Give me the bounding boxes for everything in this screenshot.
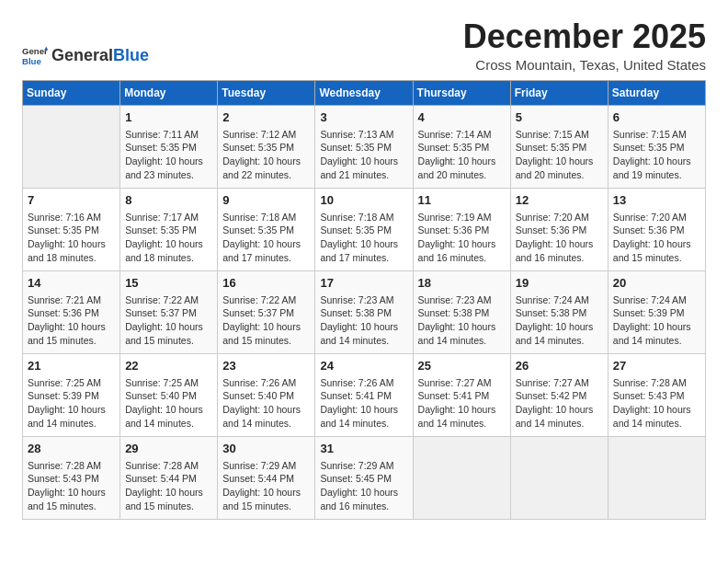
day-info-line: Sunset: 5:44 PM: [125, 472, 212, 486]
day-info-line: Daylight: 10 hours: [320, 320, 407, 334]
day-info-line: Sunrise: 7:25 AM: [28, 376, 115, 390]
day-info-line: Sunrise: 7:29 AM: [320, 459, 407, 473]
calendar-cell: 27Sunrise: 7:28 AMSunset: 5:43 PMDayligh…: [608, 353, 705, 436]
day-number: 21: [28, 358, 115, 374]
day-number: 27: [613, 358, 700, 374]
calendar-cell: 10Sunrise: 7:18 AMSunset: 5:35 PMDayligh…: [315, 188, 413, 270]
day-info-line: Sunset: 5:44 PM: [222, 472, 310, 486]
day-number: 24: [320, 358, 407, 374]
calendar-cell: 1Sunrise: 7:11 AMSunset: 5:35 PMDaylight…: [120, 105, 218, 188]
calendar-cell: 26Sunrise: 7:27 AMSunset: 5:42 PMDayligh…: [510, 353, 608, 436]
calendar-cell: 4Sunrise: 7:14 AMSunset: 5:35 PMDaylight…: [413, 105, 510, 188]
day-number: 12: [516, 192, 603, 209]
day-info-line: and 19 minutes.: [613, 168, 700, 182]
day-info-line: Daylight: 10 hours: [28, 237, 115, 251]
day-info-line: Sunrise: 7:19 AM: [418, 211, 506, 224]
day-number: 17: [320, 275, 407, 292]
calendar-cell: 3Sunrise: 7:13 AMSunset: 5:35 PMDaylight…: [315, 105, 413, 188]
day-info-line: Sunset: 5:41 PM: [418, 389, 506, 403]
day-info-line: Sunrise: 7:18 AM: [320, 211, 407, 224]
day-info-line: Sunrise: 7:25 AM: [125, 376, 212, 390]
col-sunday: Sunday: [23, 80, 120, 105]
day-info-line: Sunrise: 7:11 AM: [125, 128, 212, 142]
calendar-table: Sunday Monday Tuesday Wednesday Thursday…: [22, 80, 706, 520]
day-info-line: Sunset: 5:43 PM: [613, 389, 700, 403]
calendar-cell: 11Sunrise: 7:19 AMSunset: 5:36 PMDayligh…: [413, 188, 510, 270]
day-info-line: Daylight: 10 hours: [28, 403, 115, 417]
calendar-cell: 8Sunrise: 7:17 AMSunset: 5:35 PMDaylight…: [120, 188, 218, 270]
day-info-line: and 21 minutes.: [320, 168, 407, 182]
day-info-line: Sunset: 5:41 PM: [320, 389, 407, 403]
logo-general-text: General: [51, 46, 113, 64]
day-info-line: Sunrise: 7:23 AM: [320, 293, 407, 307]
day-info-line: and 14 minutes.: [28, 417, 115, 431]
day-number: 22: [125, 358, 212, 374]
calendar-cell: 29Sunrise: 7:28 AMSunset: 5:44 PMDayligh…: [120, 436, 218, 519]
day-info-line: Sunset: 5:35 PM: [28, 224, 115, 237]
calendar-cell: 17Sunrise: 7:23 AMSunset: 5:38 PMDayligh…: [315, 270, 413, 353]
calendar-cell: 9Sunrise: 7:18 AMSunset: 5:35 PMDaylight…: [218, 188, 315, 270]
calendar-week-row: 14Sunrise: 7:21 AMSunset: 5:36 PMDayligh…: [23, 270, 706, 353]
day-info-line: Sunrise: 7:15 AM: [516, 128, 603, 142]
day-info-line: Daylight: 10 hours: [125, 155, 212, 168]
day-info-line: Daylight: 10 hours: [516, 403, 603, 417]
day-info-line: Sunset: 5:39 PM: [28, 389, 115, 403]
day-info-line: Sunset: 5:37 PM: [222, 306, 310, 320]
calendar-cell: 15Sunrise: 7:22 AMSunset: 5:37 PMDayligh…: [120, 270, 218, 353]
logo-icon: General Blue: [22, 43, 48, 69]
calendar-cell: [413, 436, 510, 519]
calendar-week-row: 21Sunrise: 7:25 AMSunset: 5:39 PMDayligh…: [23, 353, 706, 436]
day-number: 16: [222, 275, 310, 292]
day-number: 31: [320, 441, 407, 457]
day-info-line: and 16 minutes.: [516, 251, 603, 265]
day-info-line: Daylight: 10 hours: [125, 320, 212, 334]
calendar-cell: 30Sunrise: 7:29 AMSunset: 5:44 PMDayligh…: [218, 436, 315, 519]
day-number: 19: [516, 275, 603, 292]
day-info-line: and 14 minutes.: [418, 417, 506, 431]
day-number: 6: [613, 109, 700, 126]
day-number: 23: [222, 358, 310, 374]
calendar-cell: 14Sunrise: 7:21 AMSunset: 5:36 PMDayligh…: [23, 270, 120, 353]
svg-text:Blue: Blue: [22, 55, 41, 65]
col-thursday: Thursday: [413, 80, 510, 105]
day-number: 26: [516, 358, 603, 374]
day-info-line: Sunset: 5:42 PM: [516, 389, 603, 403]
col-wednesday: Wednesday: [315, 80, 413, 105]
col-tuesday: Tuesday: [218, 80, 315, 105]
calendar-cell: 20Sunrise: 7:24 AMSunset: 5:39 PMDayligh…: [608, 270, 705, 353]
day-info-line: Sunrise: 7:27 AM: [516, 376, 603, 390]
day-info-line: Sunset: 5:40 PM: [125, 389, 212, 403]
day-info-line: Daylight: 10 hours: [222, 155, 310, 168]
day-number: 28: [28, 441, 115, 457]
day-info-line: and 14 minutes.: [516, 334, 603, 348]
day-info-line: and 14 minutes.: [516, 417, 603, 431]
day-info-line: Sunrise: 7:15 AM: [613, 128, 700, 142]
day-info-line: and 14 minutes.: [320, 334, 407, 348]
day-number: 2: [222, 109, 310, 126]
day-info-line: and 15 minutes.: [125, 500, 212, 513]
day-number: 5: [516, 109, 603, 126]
day-info-line: and 15 minutes.: [125, 334, 212, 348]
day-info-line: Daylight: 10 hours: [222, 403, 310, 417]
day-info-line: Daylight: 10 hours: [418, 155, 506, 168]
day-info-line: and 15 minutes.: [28, 334, 115, 348]
day-info-line: Sunset: 5:35 PM: [320, 141, 407, 155]
day-info-line: Daylight: 10 hours: [516, 155, 603, 168]
day-info-line: Sunset: 5:45 PM: [320, 472, 407, 486]
day-info-line: Sunset: 5:35 PM: [320, 224, 407, 237]
day-info-line: and 15 minutes.: [613, 251, 700, 265]
day-info-line: Daylight: 10 hours: [125, 237, 212, 251]
day-info-line: and 15 minutes.: [222, 500, 310, 513]
day-info-line: Sunrise: 7:22 AM: [222, 293, 310, 307]
calendar-cell: 31Sunrise: 7:29 AMSunset: 5:45 PMDayligh…: [315, 436, 413, 519]
day-info-line: Sunset: 5:37 PM: [125, 306, 212, 320]
day-number: 9: [222, 192, 310, 209]
day-info-line: Daylight: 10 hours: [613, 155, 700, 168]
day-info-line: Sunrise: 7:24 AM: [516, 293, 603, 307]
day-info-line: Daylight: 10 hours: [222, 486, 310, 500]
day-info-line: Sunrise: 7:13 AM: [320, 128, 407, 142]
day-info-line: Sunset: 5:35 PM: [125, 224, 212, 237]
day-info-line: Sunrise: 7:26 AM: [222, 376, 310, 390]
calendar-cell: 23Sunrise: 7:26 AMSunset: 5:40 PMDayligh…: [218, 353, 315, 436]
day-info-line: and 17 minutes.: [222, 251, 310, 265]
